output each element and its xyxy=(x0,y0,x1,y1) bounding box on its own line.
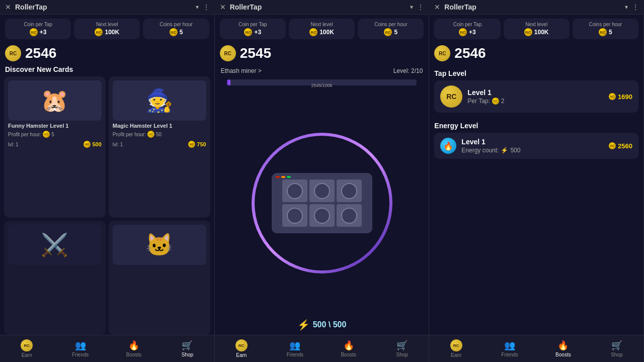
left-nav-boosts[interactable]: 🔥 Boosts xyxy=(107,335,160,362)
middle-panel: Coin per Tap RC +3 Next level RC 100K Co… xyxy=(215,15,430,362)
gpu-2 xyxy=(309,179,335,202)
energy-value: 500 \ 500 xyxy=(313,320,347,329)
card-knight-hamster[interactable]: ⚔️ xyxy=(4,221,106,335)
energy-count-icon: ⚡ xyxy=(501,147,508,154)
middle-nav-shop[interactable]: 🛒 Shop xyxy=(375,335,429,362)
middle-nav-earn[interactable]: RC Earn xyxy=(215,335,268,362)
tap-level-card[interactable]: RC Level 1 Per Tap: RC 2 RC 1690 xyxy=(434,80,638,113)
energy-level-cost: RC 2560 xyxy=(609,142,632,150)
magic-hamster-name: Magic Hamster Level 1 xyxy=(113,123,206,129)
left-nav-shop[interactable]: 🛒 Shop xyxy=(160,335,214,362)
left-balance-amount: 2546 xyxy=(25,45,56,61)
right-next-level-stat: Next level RC 100K xyxy=(504,19,570,39)
card-knight-hamster-image: ⚔️ xyxy=(8,225,102,265)
funny-hamster-footer: lvl: 1 RC 500 xyxy=(8,141,102,148)
right-title-bar: ✕ RollerTap ▾ ⋮ xyxy=(429,0,644,15)
energy-level-section: Energy Level 🔥 Level 1 Energy count: ⚡ 5… xyxy=(429,118,643,164)
left-nav-friends[interactable]: 👥 Friends xyxy=(53,335,107,362)
left-coin-icon: RC xyxy=(30,28,38,36)
middle-balance-row: RC 2545 xyxy=(215,43,429,65)
right-nav-boosts[interactable]: 🔥 Boosts xyxy=(536,335,590,362)
middle-nav-panel: RC Earn 👥 Friends 🔥 Boosts 🛒 Shop xyxy=(215,335,429,362)
left-next-level-label: Next level xyxy=(96,22,118,27)
middle-nav-boosts[interactable]: 🔥 Boosts xyxy=(322,335,375,362)
tap-level-title: Tap Level xyxy=(434,69,638,77)
right-coins-per-hour-value: RC 5 xyxy=(599,28,612,36)
magic-hamster-profit: Profit per hour: RC 50 xyxy=(113,131,206,138)
middle-next-level-value: RC 100K xyxy=(309,28,334,36)
right-chevron-icon[interactable]: ▾ xyxy=(625,4,628,11)
tap-level-info: Level 1 Per Tap: RC 2 xyxy=(467,88,604,105)
middle-next-level-icon: RC xyxy=(309,28,317,36)
left-coin-per-tap-stat: Coin per Tap RC +3 xyxy=(5,19,71,39)
left-balance-icon: RC xyxy=(5,45,21,61)
middle-shop-icon: 🛒 xyxy=(396,340,408,351)
middle-next-level-stat: Next level RC 100K xyxy=(289,19,355,39)
card-funny-hamster[interactable]: 🐹 Funny Hamster Level 1 Profit per hour:… xyxy=(4,76,106,218)
gpu-1 xyxy=(282,179,307,202)
gpu-3 xyxy=(337,179,362,202)
middle-balance-amount: 2545 xyxy=(240,45,271,61)
energy-lightning-icon: ⚡ xyxy=(297,319,310,331)
left-coins-per-hour-value: RC 5 xyxy=(170,28,183,36)
middle-app-name: RollerTap xyxy=(230,3,407,11)
card-funny-hamster-image: 🐹 xyxy=(8,80,102,121)
right-balance-amount: 2546 xyxy=(454,45,486,61)
funny-hamster-emoji: 🐹 xyxy=(41,87,68,114)
middle-balance-icon: RC xyxy=(220,45,236,61)
title-bars-container: ✕ RollerTap ▾ ⋮ ✕ RollerTap ▾ ⋮ ✕ Roller… xyxy=(0,0,644,15)
left-boosts-icon: 🔥 xyxy=(128,340,139,351)
magic-hamster-footer: lvl: 1 RC 750 xyxy=(113,141,206,148)
funny-hamster-profit-icon: RC xyxy=(43,131,50,138)
left-dots-menu[interactable]: ⋮ xyxy=(203,3,210,11)
right-close-button[interactable]: ✕ xyxy=(434,3,440,11)
middle-coins-per-hour-stat: Coins per hour RC 5 xyxy=(358,19,424,39)
right-coins-per-hour-label: Coins per hour xyxy=(589,22,622,27)
right-coin-per-tap-label: Coin per Tap xyxy=(453,22,482,27)
card-magic-hamster-image: 🧙 xyxy=(113,80,206,121)
tap-level-cost: RC 1690 xyxy=(609,93,632,101)
left-coin-per-tap-label: Coin per Tap xyxy=(24,22,52,27)
left-next-level-stat: Next level RC 100K xyxy=(74,19,140,39)
middle-chevron-icon[interactable]: ▾ xyxy=(410,4,413,11)
right-nav-earn[interactable]: RC Earn xyxy=(429,335,482,362)
right-coins-icon: RC xyxy=(599,28,607,36)
left-chevron-icon[interactable]: ▾ xyxy=(196,4,199,11)
middle-coin-per-tap-stat: Coin per Tap RC +3 xyxy=(220,19,286,39)
card-magic-hamster[interactable]: 🧙 Magic Hamster Level 1 Profit per hour:… xyxy=(109,76,210,218)
funny-hamster-cost-icon: RC xyxy=(84,141,91,148)
energy-count-row: Energy count: ⚡ 500 xyxy=(461,147,604,154)
card-orange-hamster[interactable]: 🐱 xyxy=(109,221,210,335)
middle-boosts-icon: 🔥 xyxy=(343,340,354,351)
left-next-level-icon: RC xyxy=(95,28,103,36)
tap-cost-icon: RC xyxy=(609,93,616,100)
miner-name[interactable]: Ethash miner > xyxy=(221,67,262,74)
tap-per-tap-row: Per Tap: RC 2 xyxy=(467,98,604,105)
gpu-4 xyxy=(282,204,307,227)
middle-dots-menu[interactable]: ⋮ xyxy=(417,3,424,11)
right-nav-friends[interactable]: 👥 Friends xyxy=(483,335,536,362)
left-app-name: RollerTap xyxy=(15,3,192,11)
left-coins-icon: RC xyxy=(170,28,178,36)
led-bar xyxy=(276,176,291,178)
right-nav-shop[interactable]: 🛒 Shop xyxy=(590,335,643,362)
left-title-bar: ✕ RollerTap ▾ ⋮ xyxy=(0,0,215,15)
magic-hamster-cost-icon: RC xyxy=(188,141,195,148)
left-next-level-value: RC 100K xyxy=(95,28,119,36)
magic-hamster-emoji: 🧙 xyxy=(145,87,173,114)
miner-visual-area[interactable] xyxy=(215,92,429,315)
right-spacer xyxy=(429,164,643,335)
left-shop-icon: 🛒 xyxy=(182,340,193,351)
right-friends-icon: 👥 xyxy=(504,340,515,351)
middle-close-button[interactable]: ✕ xyxy=(220,3,226,11)
funny-hamster-cost: RC 500 xyxy=(84,141,101,148)
left-nav-earn[interactable]: RC Earn xyxy=(0,335,53,362)
right-dots-menu[interactable]: ⋮ xyxy=(632,3,639,11)
energy-level-info: Level 1 Energy count: ⚡ 500 xyxy=(461,138,604,154)
middle-nav-friends[interactable]: 👥 Friends xyxy=(268,335,321,362)
right-coin-per-tap-value: RC +3 xyxy=(459,28,476,36)
left-close-button[interactable]: ✕ xyxy=(5,3,11,11)
funny-hamster-lvl: lvl: 1 xyxy=(8,142,19,147)
middle-nav-bar: RC Earn 👥 Friends 🔥 Boosts 🛒 Shop xyxy=(215,335,429,362)
energy-level-card[interactable]: 🔥 Level 1 Energy count: ⚡ 500 RC 2560 xyxy=(434,133,638,159)
